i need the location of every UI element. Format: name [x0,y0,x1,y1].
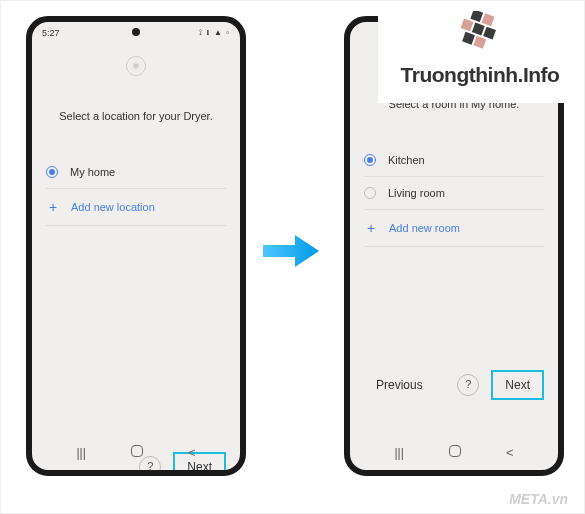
option-label: My home [70,166,115,178]
option-label: Kitchen [388,154,425,166]
radio-unselected-icon [364,187,376,199]
svg-rect-2 [461,18,474,31]
logo-mark-icon [441,11,519,61]
nav-bar: ||| < [350,439,558,466]
brand-text: Truongthinh.Info [384,63,576,87]
svg-rect-0 [470,11,483,22]
help-button[interactable]: ? [457,374,479,396]
option-living-room[interactable]: Living room [364,177,544,210]
status-time: 5:27 [42,28,60,38]
status-right-icons: ⟟ ⫾ ▲ ▫ [199,28,230,38]
watermark: META.vn [509,491,568,507]
add-location-label: Add new location [71,201,155,213]
camera-hole [132,28,140,36]
radio-selected-icon [364,154,376,166]
screen-location: Select a location for your Dryer. My hom… [32,110,240,476]
radio-selected-icon [46,166,58,178]
svg-rect-6 [473,36,486,49]
nav-recent-icon[interactable]: ||| [77,445,86,460]
option-my-home[interactable]: My home [46,156,226,189]
svg-rect-1 [482,13,495,26]
nav-home-icon[interactable] [131,445,143,457]
plus-icon: + [364,220,378,236]
brand-logo: Truongthinh.Info [378,3,582,103]
add-room-row[interactable]: + Add new room [364,210,544,247]
nav-home-icon[interactable] [449,445,461,457]
svg-rect-4 [483,27,496,40]
next-button[interactable]: Next [491,370,544,400]
plus-icon: + [46,199,60,215]
action-bar: Previous ? Next [364,370,544,400]
phone-location-select: 5:27 ⟟ ⫾ ▲ ▫ ◉ Select a location for you… [26,16,246,476]
option-label: Living room [388,187,445,199]
add-room-label: Add new room [389,222,460,234]
fingerprint-icon: ◉ [126,56,146,76]
nav-back-icon[interactable]: < [506,445,514,460]
option-kitchen[interactable]: Kitchen [364,144,544,177]
svg-rect-3 [472,23,485,36]
page-title: Select a location for your Dryer. [46,110,226,122]
nav-bar: ||| < [32,439,240,466]
nav-back-icon[interactable]: < [188,445,196,460]
nav-recent-icon[interactable]: ||| [395,445,404,460]
svg-rect-5 [462,32,475,45]
add-location-row[interactable]: + Add new location [46,189,226,226]
arrow-icon [261,231,321,271]
previous-button[interactable]: Previous [364,372,435,398]
